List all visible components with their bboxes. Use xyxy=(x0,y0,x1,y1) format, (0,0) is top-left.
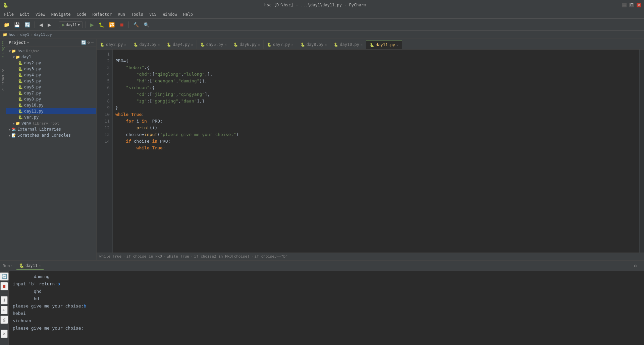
bc-while-true2[interactable]: while True xyxy=(167,254,189,259)
run-settings-icon[interactable]: ⚙ xyxy=(634,263,637,268)
toolbar: 📁 💾 🔄 ◀ ▶ ▶ day11 ▾ ▶ 🐛 🔁 ⏹ 🔨 🔍 xyxy=(0,19,644,31)
tab-close-day2[interactable]: ✕ xyxy=(124,43,126,47)
code-content[interactable]: PRO={ "hebei":{ "qhd":["qinglong","lulon… xyxy=(113,50,639,253)
close-run-button[interactable]: ✕ xyxy=(1,330,8,338)
tab-day7[interactable]: 🐍 day7.py ✕ xyxy=(264,40,297,49)
menu-file[interactable]: File xyxy=(1,11,16,17)
tab-close-day7[interactable]: ✕ xyxy=(291,43,293,47)
structure-icon[interactable]: 2: Structure xyxy=(1,68,5,91)
breadcrumb-hsc[interactable]: hsc xyxy=(9,32,15,37)
run-config-dropdown[interactable]: ▶ day11 ▾ xyxy=(59,21,83,28)
tree-item-day10[interactable]: 🐍 day10.py xyxy=(6,102,96,108)
maximize-button[interactable]: ❐ xyxy=(629,3,634,7)
run-with-coverage-button[interactable]: 🔁 xyxy=(107,21,116,28)
print-button[interactable]: 🖨 xyxy=(0,316,8,324)
run-config-icon: ▶ xyxy=(62,22,65,27)
breadcrumb-day11[interactable]: day11.py xyxy=(34,32,52,37)
search-everywhere-button[interactable]: 🔍 xyxy=(142,21,151,28)
tab-close-day8[interactable]: ✕ xyxy=(325,43,327,47)
main-layout: 1: Project 2: Structure Project ▾ 🔄 ⚙ — … xyxy=(0,39,644,260)
tab-day8[interactable]: 🐍 day8.py ✕ xyxy=(297,40,331,49)
tree-item-day8[interactable]: 🐍 day8.py xyxy=(6,96,96,102)
tree-item-day7[interactable]: 🐍 day7.py xyxy=(6,90,96,96)
back-button[interactable]: ◀ xyxy=(38,21,45,28)
editor-area: 🐍 day2.py ✕ 🐍 day3.py ✕ 🐍 day4.py ✕ 🐍 da… xyxy=(97,39,644,260)
debug-button[interactable]: 🐛 xyxy=(97,21,106,28)
tree-item-day1[interactable]: ▼ 📁 day1 xyxy=(6,54,96,60)
tab-close-day10[interactable]: ✕ xyxy=(361,43,363,47)
bc-while-true[interactable]: while True xyxy=(99,254,121,259)
menu-help[interactable]: Help xyxy=(180,11,196,17)
tree-label-day7: day7.py xyxy=(24,91,41,95)
tab-day3[interactable]: 🐍 day3.py ✕ xyxy=(130,40,164,49)
stop-button[interactable]: ⏹ xyxy=(118,21,126,28)
tab-day6[interactable]: 🐍 day6.py ✕ xyxy=(230,40,264,49)
tab-close-day11[interactable]: ✕ xyxy=(396,43,398,47)
tab-label-day3: day3.py xyxy=(140,42,157,47)
bc-if-choise3[interactable]: if choise3=="b" xyxy=(255,254,288,259)
tab-day11[interactable]: 🐍 day11.py ✕ xyxy=(366,40,402,49)
tree-item-day11[interactable]: 🐍 day11.py xyxy=(6,108,96,114)
run-stop-button[interactable]: ⏹ xyxy=(0,282,8,290)
soft-wrap-button[interactable]: ↵ xyxy=(1,306,8,314)
close-button[interactable]: ✕ xyxy=(637,3,641,7)
bc-if-choise2[interactable]: if choise2 in PRO[choise] xyxy=(194,254,250,259)
tab-close-day5[interactable]: ✕ xyxy=(224,43,226,47)
tree-item-day2[interactable]: 🐍 day2.py xyxy=(6,60,96,66)
menu-navigate[interactable]: Navigate xyxy=(49,11,73,17)
tree-item-day4[interactable]: 🐍 day4.py xyxy=(6,72,96,78)
run-tab-day11[interactable]: 🐍 day11 ✕ xyxy=(16,262,44,270)
forward-button[interactable]: ▶ xyxy=(46,21,53,28)
tab-day5[interactable]: 🐍 day5.py ✕ xyxy=(197,40,230,49)
breadcrumb-icon: 📁 xyxy=(3,32,7,37)
tab-close-day6[interactable]: ✕ xyxy=(258,43,260,47)
menu-edit[interactable]: Edit xyxy=(17,11,32,17)
folder-icon-day1: 📁 xyxy=(15,55,20,59)
menu-code[interactable]: Code xyxy=(74,11,89,17)
titlebar: 🐍 hsc [D:\hsc] - ...\day1\day11.py - PyC… xyxy=(0,0,644,10)
build-button[interactable]: 🔨 xyxy=(131,21,141,28)
tree-label-day11: day11.py xyxy=(24,109,44,114)
project-icon[interactable]: 1: Project xyxy=(1,40,5,60)
menu-window[interactable]: Window xyxy=(160,11,180,17)
tab-day4[interactable]: 🐍 day4.py ✕ xyxy=(163,40,197,49)
tab-close-day3[interactable]: ✕ xyxy=(158,43,160,47)
menu-view[interactable]: View xyxy=(33,11,48,17)
run-minimize-icon[interactable]: — xyxy=(639,263,641,268)
collapse-icon[interactable]: — xyxy=(91,40,94,45)
bc-if-choise[interactable]: if choise in PRO xyxy=(126,254,162,259)
output-line-prompt1: plaese give me your choise:b xyxy=(13,302,640,310)
open-folder-button[interactable]: 📁 xyxy=(2,21,11,28)
scroll-to-end-button[interactable]: ⬇ xyxy=(1,296,8,304)
menu-refactor[interactable]: Refactor xyxy=(90,11,114,17)
rerun-button[interactable]: 🔄 xyxy=(0,272,9,281)
breadcrumb-day1[interactable]: day1 xyxy=(20,32,30,37)
tree-item-hsc[interactable]: ▼ 📁 hsc D:\hsc xyxy=(6,48,96,54)
minimize-button[interactable]: — xyxy=(622,3,627,7)
tab-close-day4[interactable]: ✕ xyxy=(191,43,193,47)
tree-item-scratches[interactable]: ▶ 📝 Scratches and Consoles xyxy=(6,132,96,138)
menu-run[interactable]: Run xyxy=(115,11,128,17)
gear-icon[interactable]: ⚙ xyxy=(88,40,90,45)
run-button[interactable]: ▶ xyxy=(89,21,96,28)
run-tab-close[interactable]: ✕ xyxy=(39,264,41,267)
folder-icon: 📁 xyxy=(11,49,16,53)
py-icon-day4: 🐍 xyxy=(18,73,23,77)
tree-item-venv[interactable]: ▶ 📁 venv library root xyxy=(6,120,96,126)
menu-vcs[interactable]: VCS xyxy=(147,11,159,17)
tree-item-extlibs[interactable]: ▶ 📚 External Libraries xyxy=(6,126,96,132)
folder-icon-venv: 📁 xyxy=(15,121,20,126)
tree-item-day5[interactable]: 🐍 day5.py xyxy=(6,78,96,84)
tree-item-day3[interactable]: 🐍 day3.py xyxy=(6,66,96,72)
project-caret[interactable]: ▾ xyxy=(27,41,29,45)
save-button[interactable]: 💾 xyxy=(12,21,21,28)
run-tab-label: day11 xyxy=(25,263,38,268)
tree-item-day6[interactable]: 🐍 day6.py xyxy=(6,84,96,90)
sync-icon[interactable]: 🔄 xyxy=(81,40,86,45)
menu-tools[interactable]: Tools xyxy=(128,11,146,17)
py-icon-day11: 🐍 xyxy=(18,109,23,114)
tab-day10[interactable]: 🐍 day10.py ✕ xyxy=(330,40,366,49)
sync-button[interactable]: 🔄 xyxy=(23,21,32,28)
tab-day2[interactable]: 🐍 day2.py ✕ xyxy=(97,40,130,49)
tree-item-ver[interactable]: 🐍 ver.py xyxy=(6,114,96,120)
